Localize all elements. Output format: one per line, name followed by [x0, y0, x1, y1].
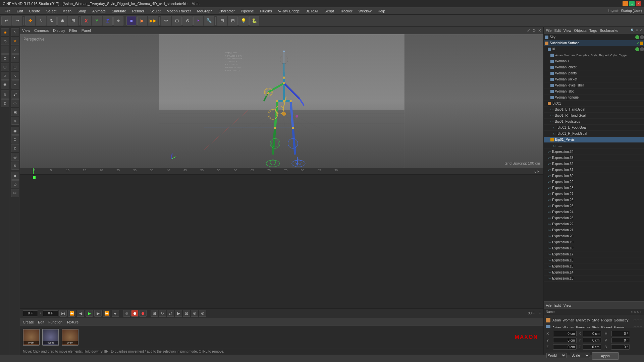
- obj-woman-slot[interactable]: Woman_slot: [544, 88, 644, 95]
- tool-sculpt-drag[interactable]: ◇: [11, 180, 19, 188]
- toolbar-y-axis[interactable]: Y: [92, 16, 102, 25]
- coord-h-val[interactable]: [611, 331, 630, 336]
- obj-bip01[interactable]: Bip01: [544, 101, 644, 107]
- coord-y-pos[interactable]: [553, 338, 577, 343]
- mat-texture-btn[interactable]: Texture: [66, 320, 78, 324]
- obj-expr-13[interactable]: L○ Expression.13: [544, 276, 644, 282]
- transport-extra1[interactable]: ⊡: [183, 310, 190, 317]
- vp-menu-filter[interactable]: Filter: [69, 28, 77, 33]
- obj-sky-vis[interactable]: [635, 35, 639, 39]
- vp-menu-view[interactable]: View: [22, 28, 30, 33]
- obj-sky[interactable]: Sky: [544, 34, 644, 40]
- obj-search-icon[interactable]: 🔍: [631, 28, 635, 32]
- transport-next-key[interactable]: ⏩: [103, 310, 110, 317]
- obj-woman-eyes[interactable]: Woman_eyes_sher: [544, 82, 644, 88]
- mode-axis[interactable]: ⊗: [1, 99, 9, 107]
- obj-sort-icon[interactable]: ≡: [636, 28, 638, 32]
- transport-anim-mode[interactable]: ▶: [175, 310, 182, 317]
- menu-motiontracker[interactable]: Motion Tracker: [164, 8, 194, 14]
- frame-current-input[interactable]: [43, 310, 58, 316]
- obj-woman-jacket[interactable]: Woman_jacket: [544, 76, 644, 82]
- mode-poly[interactable]: ⬡: [1, 63, 9, 71]
- vp-settings-icon[interactable]: ⚙: [532, 28, 536, 33]
- transport-to-start[interactable]: ⏮: [59, 310, 67, 317]
- toolbar-select-all[interactable]: ⊞: [68, 16, 78, 25]
- toolbar-world[interactable]: ⊛: [113, 16, 123, 25]
- obj-expr-29[interactable]: L○ Expression.29: [544, 179, 644, 185]
- menu-animate[interactable]: Animate: [90, 8, 108, 14]
- toolbar-poly[interactable]: ⬡: [172, 16, 182, 25]
- obj-woman-pants[interactable]: Woman_pants: [544, 70, 644, 76]
- tool-sculpt-cut[interactable]: ✂: [11, 189, 19, 197]
- toolbar-x-axis[interactable]: X: [81, 16, 91, 25]
- obj-aw-cylinder[interactable]: Asian_Woman_Everyday_Style_Rigged_Cylin_…: [544, 52, 644, 58]
- obj-l0-vis[interactable]: [635, 47, 639, 51]
- obj-expr-34[interactable]: L○ Expression.34: [544, 149, 644, 155]
- toolbar-render-active[interactable]: ▶: [137, 16, 147, 25]
- menu-pipeline[interactable]: Pipeline: [238, 8, 257, 14]
- transport-bounce[interactable]: ⇄: [167, 310, 174, 317]
- toolbar-frame[interactable]: ⊞: [217, 16, 227, 25]
- obj-sky-render[interactable]: [640, 35, 644, 39]
- mode-point[interactable]: ·: [1, 46, 9, 54]
- transport-loop[interactable]: ↻: [159, 310, 166, 317]
- mode-snap[interactable]: ⊕: [1, 90, 9, 99]
- obj-expr-19[interactable]: L○ Expression.19: [544, 239, 644, 245]
- transport-key-snap[interactable]: ⊞: [151, 310, 158, 317]
- mode-object[interactable]: ◈: [1, 28, 9, 36]
- obj-bip01-footsteps[interactable]: L○ Bip01_Footsteps: [544, 119, 644, 125]
- toolbar-grid[interactable]: ⊟: [228, 16, 238, 25]
- toolbar-render-region[interactable]: ■: [126, 16, 137, 25]
- close-button[interactable]: ✕: [636, 1, 641, 6]
- apply-button[interactable]: Apply: [592, 352, 619, 360]
- menu-mograph[interactable]: MoGraph: [194, 8, 215, 14]
- obj-tags-btn[interactable]: Tags: [589, 28, 597, 33]
- obj-expr-21[interactable]: L○ Expression.21: [544, 227, 644, 233]
- obj-expr-18[interactable]: L○ Expression.18: [544, 245, 644, 251]
- menu-sculpt[interactable]: Sculpt: [148, 8, 163, 14]
- obj-expr-25[interactable]: L○ Expression.25: [544, 203, 644, 209]
- transport-play[interactable]: ▶: [86, 310, 93, 317]
- obj-bip01-lfoot[interactable]: L○ Bip01_L_Foot.Goal: [544, 125, 644, 131]
- obj-bip01-rhand[interactable]: L○ Bip01_R_Hand.Goal: [544, 113, 644, 119]
- transport-prev-key[interactable]: ⏪: [68, 310, 75, 317]
- coord-z-pos[interactable]: [553, 344, 577, 350]
- coord-b-val[interactable]: [611, 344, 630, 350]
- menu-edit[interactable]: Edit: [14, 8, 26, 14]
- obj-bip01-rfoot[interactable]: L○ Bip01_R_Foot.Goal: [544, 131, 644, 137]
- menu-select[interactable]: Select: [44, 8, 59, 14]
- toolbar-move[interactable]: ✥: [25, 16, 35, 25]
- toolbar-z-axis[interactable]: Z: [103, 16, 113, 25]
- obj-l-sub[interactable]: L○ l....: [544, 143, 644, 149]
- obj-expr-24[interactable]: L○ Expression.24: [544, 209, 644, 215]
- obj-l0[interactable]: l0: [544, 46, 644, 52]
- tool-select[interactable]: ↖: [11, 28, 19, 36]
- obj-expr-23[interactable]: L○ Expression.23: [544, 215, 644, 221]
- obj-expr-33[interactable]: L○ Expression.33: [544, 155, 644, 161]
- obj-expr-22[interactable]: L○ Expression.22: [544, 221, 644, 227]
- coord-y-size[interactable]: [583, 338, 601, 343]
- menu-mesh[interactable]: Mesh: [60, 8, 74, 14]
- mat-edit-btn[interactable]: Edit: [38, 320, 44, 324]
- obj-objects-btn[interactable]: Objects: [574, 28, 586, 33]
- transport-prev-frame[interactable]: ◀: [77, 310, 84, 317]
- obj-woman-tongue[interactable]: Woman_tongue: [544, 95, 644, 101]
- obj-view-btn[interactable]: View: [564, 28, 572, 33]
- mat-mgr-edit[interactable]: Edit: [554, 303, 561, 307]
- obj-edit-btn[interactable]: Edit: [554, 28, 561, 33]
- toolbar-magnet[interactable]: 🔧: [204, 16, 214, 25]
- menu-window[interactable]: Window: [356, 8, 374, 14]
- obj-expr-31[interactable]: L○ Expression.31: [544, 167, 644, 173]
- obj-expr-20[interactable]: L○ Expression.20: [544, 233, 644, 239]
- menu-snap[interactable]: Snap: [75, 8, 89, 14]
- obj-expr-28[interactable]: L○ Expression.28: [544, 185, 644, 191]
- obj-expr-30[interactable]: L○ Expression.30: [544, 173, 644, 179]
- tool-eyedrop[interactable]: ◈: [11, 117, 19, 125]
- obj-l0-render[interactable]: [640, 47, 644, 51]
- transport-next-frame[interactable]: ▶: [94, 310, 102, 317]
- toolbar-redo[interactable]: ↪: [12, 16, 22, 25]
- toolbar-paint[interactable]: ✏: [161, 16, 171, 25]
- menu-create[interactable]: Create: [26, 8, 43, 14]
- menu-tracker[interactable]: Tracker: [337, 8, 355, 14]
- obj-woman-chest[interactable]: Woman_chest: [544, 64, 644, 70]
